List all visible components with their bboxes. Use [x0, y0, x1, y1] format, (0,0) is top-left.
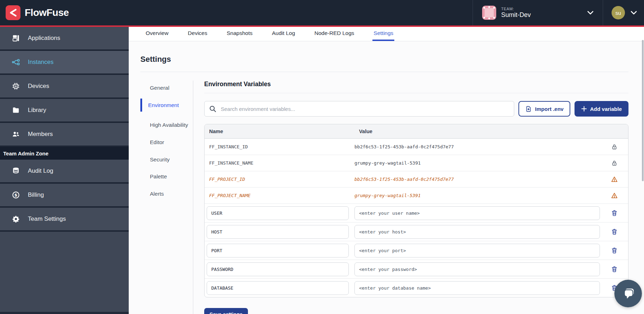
- table-row: FF_INSTANCE_ID bb2f6c53-1f25-453b-aafd-0…: [205, 138, 628, 155]
- app-header: FlowFuse TEAM: Sumit-Dev su: [0, 0, 644, 25]
- subnav-item-palette[interactable]: Palette: [140, 173, 193, 180]
- sidebar-item-label: Instances: [28, 59, 54, 66]
- env-name-input[interactable]: [207, 244, 349, 257]
- divider: [140, 72, 628, 72]
- sidebar-item-instances[interactable]: Instances: [0, 51, 129, 75]
- sidebar-item-label: Team Settings: [28, 215, 66, 223]
- plus-icon: [581, 106, 587, 112]
- sidebar-item-library[interactable]: Library: [0, 99, 129, 123]
- lock-icon: [601, 160, 628, 166]
- applications-icon: [12, 34, 20, 42]
- chat-widget-button[interactable]: [614, 280, 642, 307]
- divider: [204, 93, 628, 93]
- tab-overview[interactable]: Overview: [145, 27, 170, 41]
- sidebar-item-label: Members: [28, 131, 53, 138]
- delete-variable-button[interactable]: [601, 266, 628, 273]
- env-value-input[interactable]: [354, 281, 600, 295]
- library-icon: [12, 106, 20, 114]
- import-env-button[interactable]: Import .env: [518, 101, 570, 117]
- search-icon: [209, 105, 217, 113]
- team-name: Sumit-Dev: [501, 11, 531, 19]
- divider: [193, 81, 193, 314]
- env-value-input[interactable]: [354, 244, 600, 257]
- tab-node-red-logs[interactable]: Node-RED Logs: [314, 27, 356, 41]
- env-value-input[interactable]: [354, 206, 600, 220]
- subnav-item-editor[interactable]: Editor: [140, 138, 193, 146]
- warning-icon: [601, 176, 628, 183]
- env-name-input[interactable]: [207, 225, 349, 239]
- chevron-down-icon: [587, 11, 594, 15]
- table-row: [205, 278, 628, 297]
- sidebar-bottom-divider: [0, 312, 129, 314]
- table-row: [205, 241, 628, 260]
- warning-icon: [601, 192, 628, 199]
- members-icon: [12, 130, 20, 138]
- instance-tabbar: Overview Devices Snapshots Audit Log Nod…: [129, 27, 644, 41]
- table-row: FF_PROJECT_NAME grumpy-grey-wagtail-5391: [205, 187, 628, 203]
- sidebar-item-label: Billing: [28, 191, 44, 199]
- import-file-icon: [525, 106, 532, 112]
- sidebar-item-applications[interactable]: Applications: [0, 27, 129, 51]
- brand[interactable]: FlowFuse: [0, 5, 69, 20]
- sidebar-item-audit-log[interactable]: Audit Log: [0, 160, 129, 184]
- subnav-item-alerts[interactable]: Alerts: [140, 190, 193, 198]
- chevron-down-icon: [631, 11, 637, 15]
- table-row: FF_PROJECT_ID bb2f6c53-1f25-453b-aafd-0c…: [205, 171, 628, 187]
- subnav-item-security[interactable]: Security: [140, 156, 193, 164]
- delete-variable-button[interactable]: [601, 209, 628, 217]
- delete-variable-button[interactable]: [601, 247, 628, 254]
- env-value-input[interactable]: [354, 225, 600, 239]
- main-area: Overview Devices Snapshots Audit Log Nod…: [129, 27, 644, 314]
- env-value-input[interactable]: [354, 262, 600, 276]
- save-settings-button[interactable]: Save settings: [204, 308, 248, 314]
- page-title: Settings: [140, 55, 628, 64]
- devices-icon: [12, 82, 20, 90]
- search-input[interactable]: [204, 101, 514, 117]
- subnav-item-environment[interactable]: Environment: [140, 99, 193, 112]
- team-selector[interactable]: TEAM: Sumit-Dev: [473, 0, 603, 25]
- env-name-input[interactable]: [207, 206, 349, 220]
- instances-icon: [12, 58, 20, 66]
- subnav-item-general[interactable]: General: [140, 84, 193, 92]
- tab-snapshots[interactable]: Snapshots: [226, 27, 254, 41]
- sidebar-item-label: Devices: [28, 83, 49, 90]
- env-vars-table: Name Value FF_INSTANCE_ID bb2f6c53-1f25-…: [204, 124, 628, 297]
- delete-variable-button[interactable]: [601, 228, 628, 235]
- sidebar-item-label: Library: [28, 107, 46, 114]
- table-row: [205, 222, 628, 241]
- sidebar-item-label: Applications: [28, 35, 60, 42]
- table-row: [205, 203, 628, 222]
- flowfuse-logo-icon: [6, 5, 20, 20]
- team-avatar: [482, 6, 496, 20]
- billing-icon: $: [12, 191, 20, 199]
- tab-devices[interactable]: Devices: [187, 27, 208, 41]
- add-variable-button[interactable]: Add variable: [575, 101, 628, 117]
- env-vars-heading: Environment Variables: [204, 81, 628, 88]
- sidebar-item-label: Audit Log: [28, 167, 53, 174]
- user-menu[interactable]: su: [603, 0, 644, 25]
- header-accent-line: [0, 25, 644, 27]
- tab-audit-log[interactable]: Audit Log: [271, 27, 296, 41]
- brand-name: FlowFuse: [25, 7, 69, 18]
- tab-settings[interactable]: Settings: [372, 27, 394, 41]
- sidebar-item-members[interactable]: Members: [0, 123, 129, 147]
- table-row: FF_INSTANCE_NAME grumpy-grey-wagtail-539…: [205, 155, 628, 171]
- settings-subnav: General Environment High Availability Ed…: [140, 81, 193, 314]
- column-header-value: Value: [354, 129, 601, 134]
- chat-icon: [621, 286, 635, 301]
- audit-log-icon: [12, 167, 20, 175]
- team-label: TEAM:: [501, 7, 531, 11]
- column-header-name: Name: [205, 129, 354, 134]
- sidebar-item-team-settings[interactable]: Team Settings: [0, 208, 129, 232]
- svg-text:$: $: [14, 192, 17, 197]
- table-header-row: Name Value: [205, 124, 628, 138]
- avatar: su: [612, 6, 625, 19]
- sidebar-item-devices[interactable]: Devices: [0, 75, 129, 99]
- team-settings-icon: [12, 215, 20, 223]
- env-name-input[interactable]: [207, 262, 349, 276]
- lock-icon: [601, 144, 628, 150]
- scrollbar[interactable]: [642, 40, 644, 181]
- env-name-input[interactable]: [207, 281, 349, 295]
- sidebar-item-billing[interactable]: $ Billing: [0, 184, 129, 208]
- subnav-item-high-availability[interactable]: High Availability: [140, 121, 193, 129]
